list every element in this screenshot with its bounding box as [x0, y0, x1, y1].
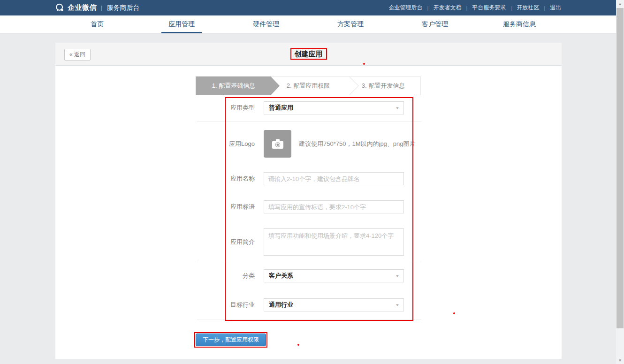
scroll-down-arrow-icon[interactable]: ▼ — [616, 356, 624, 364]
app-type-label: 应用类型 — [161, 101, 255, 114]
tab-label: 硬件管理 — [253, 20, 279, 29]
scroll-up-arrow-icon[interactable]: ▲ — [616, 0, 624, 8]
topbar-link-separator: | — [544, 5, 545, 11]
category-select[interactable]: 客户关系 ▼ — [264, 269, 404, 282]
topbar-link-separator: | — [427, 5, 429, 11]
topbar-links: 企业管理后台 | 开发者文档 | 平台服务要求 | 开放社区 | 退出 — [389, 4, 561, 12]
app-window: 企业微信 | 服务商后台 企业管理后台 | 开发者文档 | 平台服务要求 | 开… — [0, 0, 624, 364]
tab-label: 首页 — [91, 20, 104, 29]
wizard-step-dev-info: 3. 配置开发信息 — [346, 76, 421, 95]
topbar-link-dev-docs[interactable]: 开发者文档 — [433, 4, 461, 12]
tab-customer-management[interactable]: 客户管理 — [393, 15, 477, 33]
button-annotation-box: 下一步，配置应用权限 — [194, 332, 267, 348]
step-wizard: 1. 配置基础信息 2. 配置应用权限 3. 配置开发信息 — [196, 76, 421, 95]
tab-app-management[interactable]: 应用管理 — [139, 15, 224, 33]
nav-tabs: 首页 应用管理 硬件管理 方案管理 客户管理 服务商信息 — [55, 15, 562, 33]
tab-label: 客户管理 — [422, 20, 448, 29]
create-app-card: « 返回 创建应用 1. 配置基础信息 2. 配置应用权限 3. 配置开发信息 … — [55, 43, 562, 359]
slogan-input[interactable] — [264, 200, 404, 213]
tab-home[interactable]: 首页 — [55, 15, 139, 33]
page-title: 创建应用 — [295, 50, 323, 59]
card-header: « 返回 创建应用 — [55, 43, 562, 66]
brand: 企业微信 | 服务商后台 — [55, 3, 139, 12]
topbar-link-community[interactable]: 开放社区 — [517, 4, 539, 12]
tab-provider-info[interactable]: 服务商信息 — [477, 15, 562, 33]
title-annotation-box: 创建应用 — [290, 48, 327, 60]
topbar-link-separator: | — [510, 5, 512, 11]
brand-name: 企业微信 — [68, 3, 97, 12]
industry-select[interactable]: 通用行业 ▼ — [264, 298, 404, 311]
red-annotation-dot — [363, 63, 365, 65]
logo-upload-button[interactable] — [264, 130, 291, 158]
active-tab-underline — [161, 32, 202, 33]
scrollbar-thumb[interactable] — [616, 8, 624, 328]
portal-name: 服务商后台 — [107, 4, 139, 12]
camera-icon — [271, 138, 284, 150]
wizard-step-basic-info: 1. 配置基础信息 — [196, 76, 280, 95]
row-divider — [197, 319, 421, 319]
category-label: 分类 — [161, 269, 255, 282]
tab-hardware-management[interactable]: 硬件管理 — [224, 15, 308, 33]
vertical-scrollbar[interactable]: ▲ ▼ — [616, 0, 624, 364]
app-name-input[interactable] — [264, 172, 404, 185]
wizard-step-app-permissions: 2. 配置应用权限 — [271, 76, 346, 95]
main-nav: 首页 应用管理 硬件管理 方案管理 客户管理 服务商信息 — [0, 15, 616, 34]
next-step-button[interactable]: 下一步，配置应用权限 — [196, 334, 266, 346]
tab-label: 方案管理 — [337, 20, 364, 29]
logo-hint-text: 建议使用750*750，1M以内的jpg、png图片 — [299, 130, 416, 158]
brand-separator: | — [101, 4, 102, 11]
app-type-value: 普通应用 — [269, 104, 293, 112]
intro-label: 应用简介 — [161, 228, 255, 256]
tab-solution-management[interactable]: 方案管理 — [308, 15, 393, 33]
chevron-down-icon: ▼ — [395, 303, 400, 307]
red-annotation-dot — [453, 312, 455, 314]
back-button[interactable]: « 返回 — [64, 49, 91, 61]
app-type-select[interactable]: 普通应用 ▼ — [264, 101, 404, 114]
app-name-label: 应用名称 — [161, 172, 255, 185]
app-logo-label: 应用Logo — [161, 130, 255, 158]
row-divider — [197, 262, 421, 262]
chevron-down-icon: ▼ — [395, 106, 400, 110]
row-divider — [197, 121, 421, 122]
page-content: « 返回 创建应用 1. 配置基础信息 2. 配置应用权限 3. 配置开发信息 … — [0, 34, 616, 364]
tab-label: 服务商信息 — [503, 20, 536, 29]
chevron-down-icon: ▼ — [395, 274, 400, 278]
topbar-link-admin[interactable]: 企业管理后台 — [389, 4, 423, 12]
topbar-link-platform-requirements[interactable]: 平台服务要求 — [472, 4, 506, 12]
wechat-work-logo-icon — [55, 3, 65, 12]
tab-label: 应用管理 — [168, 20, 195, 29]
topbar-link-separator: | — [466, 5, 467, 11]
card-body: 1. 配置基础信息 2. 配置应用权限 3. 配置开发信息 应用类型 普通应用 … — [55, 66, 562, 358]
intro-textarea[interactable] — [264, 228, 404, 256]
slogan-label: 应用标语 — [161, 200, 255, 213]
red-annotation-dot — [297, 344, 299, 346]
category-value: 客户关系 — [269, 272, 293, 280]
topbar-link-logout[interactable]: 退出 — [550, 4, 561, 12]
industry-value: 通用行业 — [269, 301, 293, 309]
industry-label: 目标行业 — [161, 298, 255, 311]
topbar: 企业微信 | 服务商后台 企业管理后台 | 开发者文档 | 平台服务要求 | 开… — [0, 0, 616, 15]
